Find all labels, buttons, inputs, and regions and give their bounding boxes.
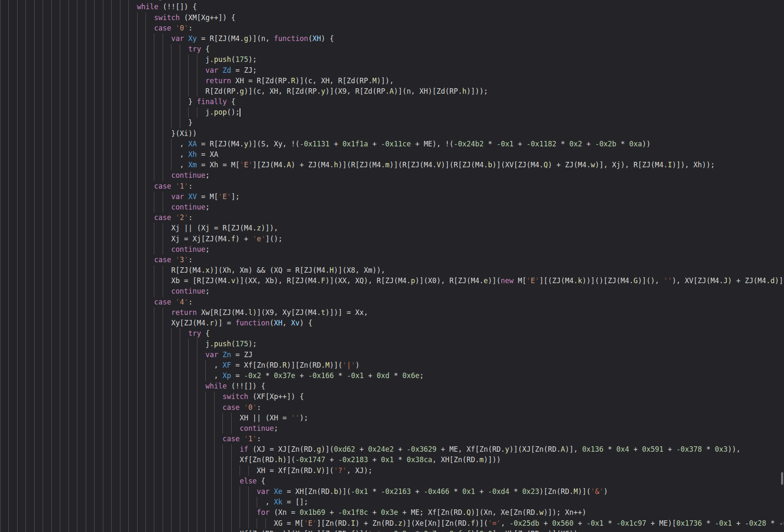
code-line[interactable]: try { xyxy=(0,44,784,54)
indent-guides xyxy=(0,391,222,402)
code-token: + xyxy=(513,139,526,149)
code-line[interactable]: try { xyxy=(0,328,784,339)
code-line[interactable]: , Xh = XA xyxy=(0,149,784,160)
code-line[interactable]: R[Zd(RP.g)](c, XH, R[Zd(RP.y)](X9, R[Zd(… xyxy=(0,86,784,97)
code-line[interactable]: continue; xyxy=(0,244,784,255)
code-line[interactable]: case '3': xyxy=(0,255,784,265)
code-token: case xyxy=(154,255,171,265)
code-token xyxy=(171,23,175,33)
code-token: -0x24b2 xyxy=(454,139,484,149)
code-line[interactable]: while (!![]) { xyxy=(0,2,784,12)
code-token: f xyxy=(471,518,475,529)
code-token: )](c, XH, R[Zd(RP. xyxy=(295,76,372,86)
code-line[interactable]: Xj = Xj[ZJ(M4.f) + 'e'](); xyxy=(0,234,784,244)
code-line[interactable]: , Xm = Xh = M['E'][ZJ(M4.A) + ZJ(M4.h)](… xyxy=(0,160,784,170)
code-token: , xyxy=(180,149,188,160)
code-line[interactable]: for (Xn = 0x1b69 + -0x1f8c + 0x3e + ME; … xyxy=(0,507,784,518)
code-token: y xyxy=(244,139,248,149)
indent-guides xyxy=(0,107,205,118)
indent-guides xyxy=(0,318,171,328)
code-line[interactable]: , Xp = -0x2 * 0x37e + -0x166 * -0x1 + 0x… xyxy=(0,371,784,381)
code-line[interactable]: switch (XM[Xg++]) { xyxy=(0,13,784,23)
code-token: { xyxy=(201,328,209,339)
code-line[interactable]: case '1': xyxy=(0,181,784,192)
code-token: M[ xyxy=(513,276,526,286)
code-token: ' xyxy=(488,518,492,529)
code-token: continue xyxy=(171,170,205,181)
code-token: )) xyxy=(642,139,651,149)
code-token: ' xyxy=(377,529,381,532)
code-line[interactable]: } xyxy=(0,118,784,128)
code-token: r xyxy=(210,318,214,328)
code-token: z xyxy=(398,518,402,529)
code-token: = xyxy=(373,529,377,532)
code-line[interactable]: continue; xyxy=(0,286,784,297)
code-line[interactable]: continue; xyxy=(0,423,784,434)
code-line[interactable]: Xb = [R[ZJ(M4.v)](XX, Xb), R[ZJ(M4.F)](X… xyxy=(0,276,784,286)
code-token: * xyxy=(616,139,629,149)
code-line[interactable]: , Xk = []; xyxy=(0,497,784,507)
code-editor[interactable]: var Xg = 0x0 * -0x1 + ME;while (!![]) {s… xyxy=(0,0,784,532)
code-token: + xyxy=(364,371,377,381)
code-token: { xyxy=(201,44,209,54)
code-token: ' xyxy=(535,276,539,286)
code-token: = R[ZJ(M4. xyxy=(197,139,244,149)
scrollbar-thumb[interactable] xyxy=(781,472,783,485)
code-token: j. xyxy=(205,107,214,118)
indent-guides xyxy=(0,423,240,434)
code-token: * xyxy=(603,518,616,529)
code-token: -0x11ce xyxy=(381,139,411,149)
code-token: + xyxy=(329,139,342,149)
code-line[interactable]: return Xw[R[ZJ(M4.l)](X9, Xy[ZJ(M4.t)])]… xyxy=(0,307,784,318)
code-line[interactable]: }(Xi)) xyxy=(0,128,784,139)
code-line[interactable]: case '0': xyxy=(0,402,784,413)
code-line[interactable]: , XF = Xf[Zn(RD.R)][Zn(RD.M)]('|') xyxy=(0,360,784,371)
code-line[interactable]: var Zd = ZJ; xyxy=(0,65,784,76)
code-line[interactable]: j.pop(); xyxy=(0,107,784,118)
code-line[interactable]: j.push(175); xyxy=(0,339,784,349)
code-line[interactable]: case '1': xyxy=(0,434,784,444)
code-token: 0x1b69 xyxy=(299,507,325,518)
code-line[interactable]: case '0': xyxy=(0,23,784,33)
code-token: -0x1 xyxy=(347,371,364,381)
code-token: Xk xyxy=(274,497,282,507)
code-line[interactable]: j.push(175); xyxy=(0,54,784,65)
code-token: m xyxy=(479,455,483,465)
code-line[interactable]: Xy[ZJ(M4.r)] = function(XH, Xv) { xyxy=(0,318,784,328)
code-line[interactable]: continue; xyxy=(0,170,784,181)
code-token: 0x3 xyxy=(715,444,728,455)
code-line[interactable]: XH = Xf[Zn(RD.V)]('?', XJ); xyxy=(0,466,784,476)
code-token xyxy=(171,181,175,192)
code-line[interactable]: switch (XF[Xp++]) { xyxy=(0,391,784,402)
code-token: ; xyxy=(205,202,209,212)
indent-guides xyxy=(0,192,171,202)
indent-guides xyxy=(0,265,171,276)
code-line[interactable]: var Xy = R[ZJ(M4.g)](n, function(XH) { xyxy=(0,33,784,44)
code-token: ); xyxy=(299,413,308,423)
code-line[interactable]: XG = M['E'][Zn(RD.I) + Zn(RD.z)](Xe[Xn][… xyxy=(0,518,784,529)
code-line[interactable]: var Xe = XH[Zn(RD.b)](-0x1 * -0x2163 + -… xyxy=(0,486,784,497)
code-line[interactable]: case '4': xyxy=(0,297,784,307)
code-line[interactable]: case '2': xyxy=(0,212,784,223)
code-line[interactable]: Xj || (Xj = R[ZJ(M4.z)]), xyxy=(0,223,784,233)
code-line[interactable]: return XH = R[Zd(RP.R)](c, XH, R[Zd(RP.M… xyxy=(0,76,784,86)
code-token: -0x1 xyxy=(201,0,218,2)
code-line[interactable]: continue; xyxy=(0,202,784,212)
code-line[interactable]: R[ZJ(M4.x)](Xh, Xm) && (XQ = R[ZJ(M4.H)]… xyxy=(0,265,784,276)
indent-guides xyxy=(0,118,188,128)
code-line[interactable]: var Zn = ZJ xyxy=(0,350,784,360)
code-line[interactable]: else { xyxy=(0,476,784,486)
code-line[interactable]: Xf[Zn(RD.x)](Xe[Xn][Zn(RD.f)]('=', -0x9e… xyxy=(0,529,784,532)
code-line[interactable]: if (XJ = XJ[Zn(RD.g)](0xd62 + 0x24e2 + -… xyxy=(0,444,784,455)
code-token: 0x23 xyxy=(522,486,539,497)
code-line[interactable]: while (!![]) { xyxy=(0,381,784,391)
code-line[interactable]: , XA = R[ZJ(M4.y)](S, Xy, !(-0x1131 + 0x… xyxy=(0,139,784,149)
code-line[interactable]: XH || (XH = ''); xyxy=(0,413,784,423)
code-token: ) { xyxy=(300,318,313,328)
code-token: )](XX, Xb), R[ZJ(M4. xyxy=(235,276,321,286)
code-token: '' xyxy=(291,413,299,423)
code-line[interactable]: var XV = M['E']; xyxy=(0,192,784,202)
code-line[interactable]: } finally { xyxy=(0,97,784,107)
code-token: return xyxy=(205,76,231,86)
code-line[interactable]: Xf[Zn(RD.h)](-0x1747 + -0x2183 + 0x1 * 0… xyxy=(0,455,784,465)
